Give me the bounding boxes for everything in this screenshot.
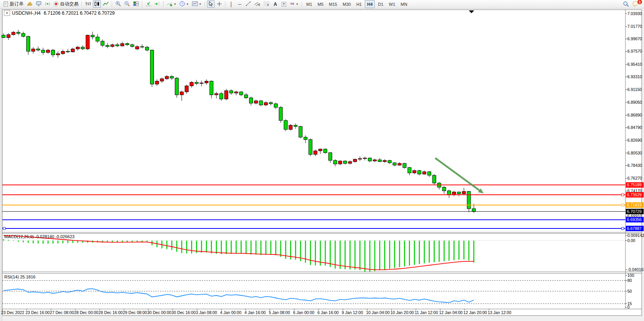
- candlestick-chart-icon: [94, 1, 100, 7]
- timeframe-M1[interactable]: M1: [304, 0, 314, 8]
- candle-body: [205, 81, 208, 83]
- hline-handle[interactable]: [622, 227, 624, 230]
- hline-handle[interactable]: [622, 194, 624, 196]
- candle-body: [91, 35, 94, 37]
- timeframe-H4[interactable]: H4: [365, 0, 375, 8]
- candle-body: [294, 125, 297, 126]
- time-axis[interactable]: [2, 309, 625, 315]
- hline-handle[interactable]: [622, 204, 624, 206]
- cursor-icon: [208, 1, 213, 7]
- line-chart-button[interactable]: [102, 0, 110, 8]
- candle-body: [373, 160, 377, 161]
- indicators-button[interactable]: ▼: [166, 0, 178, 8]
- periods-button[interactable]: ▼: [178, 0, 190, 8]
- candle-body: [264, 103, 268, 105]
- timeframe-W1[interactable]: W1: [386, 0, 398, 8]
- candle-body: [358, 159, 362, 160]
- notification-badge: 1: [637, 0, 642, 4]
- chart-title: USDCNH-,H4: [12, 10, 41, 16]
- toolbar-separator: [82, 1, 82, 7]
- timeframe-MN[interactable]: MN: [398, 0, 410, 8]
- candle-body: [319, 149, 322, 151]
- text-label-icon: T: [282, 2, 286, 7]
- zoom-in-button[interactable]: [114, 0, 122, 8]
- candle-body: [328, 153, 332, 160]
- candle-body: [61, 51, 65, 54]
- notifications-button[interactable]: 1: [631, 0, 641, 8]
- candle-body: [41, 50, 45, 52]
- price-axis[interactable]: [626, 10, 641, 309]
- auto-scroll-button[interactable]: [144, 0, 152, 8]
- arrows-tool-button[interactable]: ▼: [289, 0, 300, 8]
- timeframe-M15[interactable]: M15: [326, 0, 339, 8]
- timeframe-M30[interactable]: M30: [340, 0, 353, 8]
- candle-body: [413, 170, 416, 173]
- trendline-tool-button[interactable]: [244, 0, 252, 8]
- timeframe-M5[interactable]: M5: [315, 0, 326, 8]
- chart-frame: [2, 10, 642, 316]
- candle-body: [106, 45, 109, 46]
- new-order-icon: [3, 1, 9, 7]
- main-toolbar: 新订单 自动交易: [0, 0, 644, 9]
- hline-handle[interactable]: [3, 227, 5, 230]
- crosshair-button[interactable]: [215, 0, 223, 8]
- gold-button[interactable]: [26, 0, 34, 8]
- candle-body: [190, 82, 193, 86]
- candle-body: [423, 172, 426, 174]
- computer-icon: [36, 1, 42, 7]
- chart-canvas[interactable]: 7.039307.017706.996706.975706.954106.933…: [0, 9, 644, 321]
- candle-body: [338, 161, 342, 164]
- candle-body: [165, 76, 169, 79]
- candle-body: [71, 49, 75, 52]
- new-order-label: 新订单: [10, 1, 24, 7]
- timeframe-H1[interactable]: H1: [354, 0, 364, 8]
- candle-body: [343, 161, 347, 163]
- timeframe-D1[interactable]: D1: [376, 0, 386, 8]
- templates-button[interactable]: ▼: [191, 0, 203, 8]
- chart-header: ▼ USDCNH-,H4 6.71206 6.72021 6.70472 6.7…: [4, 10, 115, 16]
- candle-body: [215, 94, 218, 95]
- candle-body: [398, 163, 401, 165]
- candle-body: [333, 160, 337, 164]
- tile-windows-button[interactable]: [132, 0, 140, 8]
- auto-trading-label: 自动交易: [60, 1, 79, 7]
- svg-text:E: E: [258, 3, 260, 6]
- vertical-line-icon: │: [230, 2, 233, 7]
- channel-tool-button[interactable]: E: [253, 0, 261, 8]
- candle-body: [22, 33, 25, 36]
- auto-trading-icon: [53, 1, 59, 7]
- chevron-down-icon: ▼: [174, 3, 176, 5]
- symbol-dropdown[interactable]: ▼: [4, 10, 10, 16]
- search-button[interactable]: [622, 0, 630, 8]
- chevron-down-icon: ▼: [186, 3, 189, 5]
- auto-trading-button[interactable]: 自动交易: [52, 0, 80, 8]
- crosshair-icon: [217, 1, 222, 7]
- candle-body: [462, 191, 466, 194]
- horizontal-line-tool-button[interactable]: ─: [236, 0, 244, 8]
- bar-chart-button[interactable]: [84, 0, 92, 8]
- candle-body: [418, 170, 421, 174]
- candle-body: [368, 158, 372, 161]
- toolbar-separator: [163, 1, 164, 7]
- zoom-in-icon: [115, 1, 121, 7]
- candlestick-chart-button[interactable]: [93, 0, 101, 8]
- candle-body: [86, 35, 89, 49]
- expert-advisor-button[interactable]: [35, 0, 43, 8]
- signals-button[interactable]: [44, 0, 51, 8]
- cursor-button[interactable]: [207, 0, 215, 8]
- tile-windows-icon: [133, 1, 139, 7]
- text-tool-button[interactable]: A: [272, 0, 279, 8]
- macd-indicator-label: MACD(12,26,9) -0.028140 -0.026623: [4, 234, 75, 239]
- fibonacci-tool-button[interactable]: F: [262, 0, 271, 8]
- trendline-icon: [246, 1, 251, 7]
- candle-body: [304, 137, 307, 139]
- timeframe-group: M1M5M15M30H1H4D1W1MN: [304, 0, 410, 8]
- new-order-button[interactable]: 新订单: [2, 0, 25, 8]
- candle-body: [314, 151, 317, 154]
- bar-chart-icon: [85, 1, 91, 7]
- text-label-tool-button[interactable]: T: [280, 0, 288, 8]
- chart-shift-button[interactable]: [153, 0, 161, 8]
- candle-body: [220, 94, 223, 99]
- zoom-out-button[interactable]: [123, 0, 131, 8]
- vertical-line-tool-button[interactable]: │: [227, 0, 235, 8]
